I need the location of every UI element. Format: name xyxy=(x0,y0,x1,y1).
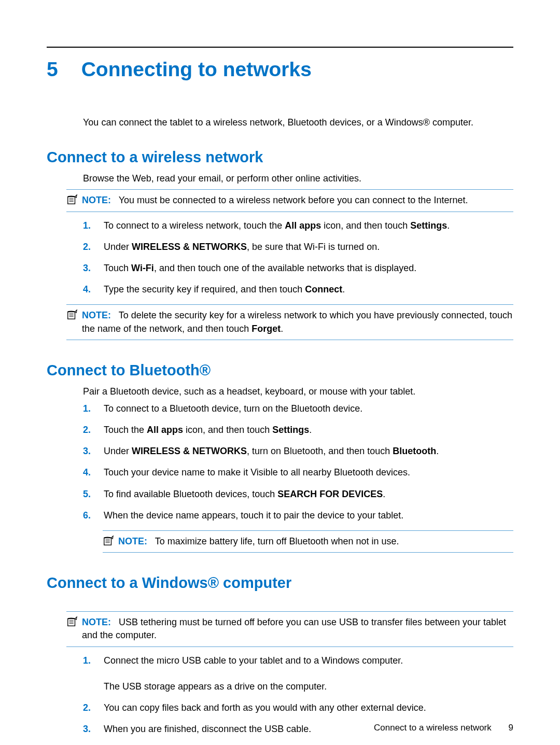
step-body: To find available Bluetooth devices, tou… xyxy=(104,488,513,501)
note-text: You must be connected to a wireless netw… xyxy=(119,195,468,205)
step-number: 3. xyxy=(83,445,104,458)
step-number: 5. xyxy=(83,488,104,501)
note-icon xyxy=(66,309,78,320)
list-item: 5.To find available Bluetooth devices, t… xyxy=(83,488,513,501)
step-body: Under WIRELESS & NETWORKS, be sure that … xyxy=(104,241,513,254)
step-body: Under WIRELESS & NETWORKS, turn on Bluet… xyxy=(104,445,513,458)
step-number: 6. xyxy=(83,509,104,522)
note-wifi-2: NOTE: To delete the security key for a w… xyxy=(66,304,513,340)
wifi-steps: 1.To connect to a wireless network, touc… xyxy=(83,219,513,297)
list-item: 2.Touch the All apps icon, and then touc… xyxy=(83,424,513,437)
section-intro-wifi: Browse the Web, read your email, or perf… xyxy=(83,172,513,185)
note-label: NOTE: xyxy=(82,310,111,320)
step-number: 2. xyxy=(83,241,104,254)
note-label: NOTE: xyxy=(82,617,111,627)
step-body: Touch your device name to make it Visibl… xyxy=(104,466,513,479)
step-body: Touch Wi-Fi, and then touch one of the a… xyxy=(104,262,513,275)
step-number: 2. xyxy=(83,701,104,714)
note-body: NOTE: You must be connected to a wireles… xyxy=(82,194,513,207)
step-number: 1. xyxy=(83,402,104,415)
top-rule xyxy=(47,47,513,48)
bt-steps: 1.To connect to a Bluetooth device, turn… xyxy=(83,402,513,522)
step-body: You can copy files back and forth as you… xyxy=(104,701,513,714)
chapter-title: Connecting to networks xyxy=(81,58,312,81)
step-number: 1. xyxy=(83,654,104,694)
list-item: 1.To connect to a Bluetooth device, turn… xyxy=(83,402,513,415)
note-icon xyxy=(103,535,114,546)
chapter-intro: You can connect the tablet to a wireless… xyxy=(83,116,513,129)
step-body: Connect the micro USB cable to your tabl… xyxy=(104,654,513,694)
list-item: 2.Under WIRELESS & NETWORKS, be sure tha… xyxy=(83,241,513,254)
note-text: To maximize battery life, turn off Bluet… xyxy=(155,536,399,546)
section-title-wifi: Connect to a wireless network xyxy=(47,149,513,166)
page: 5 Connecting to networks You can connect… xyxy=(0,0,560,745)
section-title-bt: Connect to Bluetooth® xyxy=(47,362,513,379)
note-bt: NOTE: To maximize battery life, turn off… xyxy=(103,530,513,553)
note-label: NOTE: xyxy=(118,536,147,546)
page-number: 9 xyxy=(509,723,513,733)
note-icon xyxy=(66,616,78,627)
list-item: 1.Connect the micro USB cable to your ta… xyxy=(83,654,513,694)
step-body: To connect to a Bluetooth device, turn o… xyxy=(104,402,513,415)
step-body: Touch the All apps icon, and then touch … xyxy=(104,424,513,437)
note-body: NOTE: To delete the security key for a w… xyxy=(82,309,513,335)
note-label: NOTE: xyxy=(82,195,111,205)
note-wifi-1: NOTE: You must be connected to a wireles… xyxy=(66,189,513,212)
step-number: 2. xyxy=(83,424,104,437)
list-item: 4.Type the security key if required, and… xyxy=(83,283,513,296)
step-number: 1. xyxy=(83,219,104,232)
chapter-header: 5 Connecting to networks xyxy=(47,58,513,81)
page-footer: Connect to a wireless network 9 xyxy=(374,723,513,733)
section-title-win: Connect to a Windows® computer xyxy=(47,574,513,592)
step-number: 4. xyxy=(83,466,104,479)
section-intro-bt: Pair a Bluetooth device, such as a heads… xyxy=(83,385,513,398)
footer-text: Connect to a wireless network xyxy=(374,723,492,733)
list-item: 4.Touch your device name to make it Visi… xyxy=(83,466,513,479)
list-item: 6.When the device name appears, touch it… xyxy=(83,509,513,522)
step-body: To connect to a wireless network, touch … xyxy=(104,219,513,232)
note-icon xyxy=(66,194,78,205)
step-body: Type the security key if required, and t… xyxy=(104,283,513,296)
step-number: 3. xyxy=(83,723,104,736)
note-body: NOTE: To maximize battery life, turn off… xyxy=(118,535,513,548)
list-item: 1.To connect to a wireless network, touc… xyxy=(83,219,513,232)
note-text: USB tethering must be turned off before … xyxy=(82,617,506,640)
list-item: 2.You can copy files back and forth as y… xyxy=(83,701,513,714)
note-body: NOTE: USB tethering must be turned off b… xyxy=(82,616,513,642)
step-number: 4. xyxy=(83,283,104,296)
step-body: When the device name appears, touch it t… xyxy=(104,509,513,522)
note-win: NOTE: USB tethering must be turned off b… xyxy=(66,611,513,646)
note-text: To delete the security key for a wireles… xyxy=(82,310,512,333)
step-number: 3. xyxy=(83,262,104,275)
list-item: 3.Under WIRELESS & NETWORKS, turn on Blu… xyxy=(83,445,513,458)
chapter-number: 5 xyxy=(47,58,58,81)
list-item: 3.Touch Wi-Fi, and then touch one of the… xyxy=(83,262,513,275)
